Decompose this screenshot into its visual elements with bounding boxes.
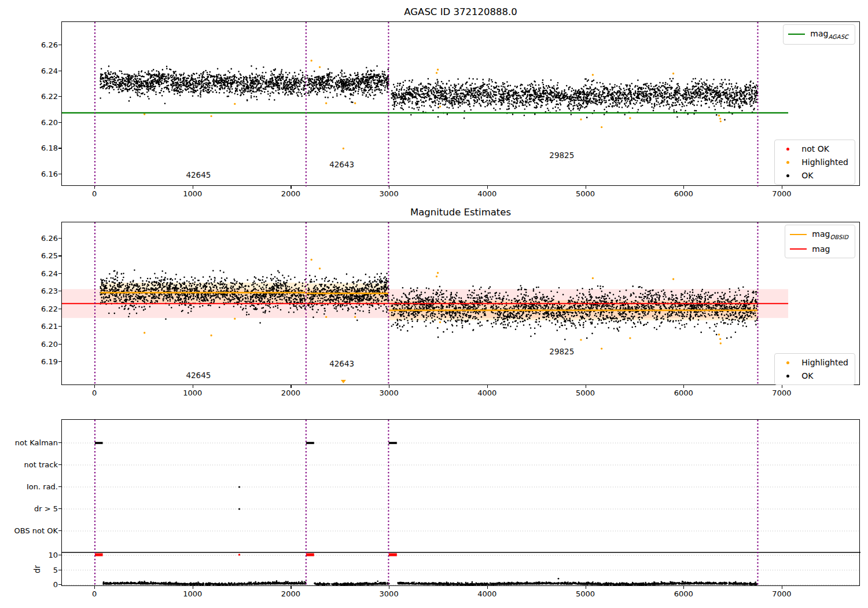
legend-item: not OK <box>779 144 848 153</box>
y-tick-label: 6.22 <box>41 92 58 101</box>
x-tick-mark <box>193 385 193 388</box>
x-tick-label: 5000 <box>576 589 595 598</box>
x-tick-label: 3000 <box>380 189 399 198</box>
legend-dot-swatch <box>779 148 796 151</box>
y-tick-mark <box>58 96 61 97</box>
dr-tick-label: 10 <box>48 551 58 559</box>
x-tick-mark <box>683 385 684 388</box>
obsid-annotation: 29825 <box>549 347 574 356</box>
x-tick-label: 7000 <box>772 589 791 598</box>
x-tick-label: 4000 <box>477 389 496 397</box>
x-tick-mark <box>290 186 291 189</box>
y-tick-mark <box>58 508 61 509</box>
x-tick-mark <box>290 586 291 589</box>
y-tick-label: 6.26 <box>41 40 58 49</box>
obsid-annotation: 42643 <box>329 160 354 169</box>
top-plot-axes <box>61 21 860 186</box>
x-tick-label: 0 <box>92 389 97 397</box>
highlighted-points <box>145 61 721 149</box>
x-tick-mark <box>683 586 684 589</box>
y-tick-mark <box>58 238 61 239</box>
ok-points-segment-1 <box>307 66 388 102</box>
x-tick-label: 3000 <box>380 389 399 397</box>
middle-plot-canvas <box>62 222 860 386</box>
legend-dot-swatch <box>779 361 796 364</box>
legend-label: mag <box>812 244 830 254</box>
bottom-plot-canvas <box>62 420 860 587</box>
flag-category-label: not Kalman <box>15 438 58 447</box>
dr-points-segment-1 <box>315 581 389 585</box>
y-tick-label: 6.16 <box>41 170 58 178</box>
ok-outlier-points <box>438 332 716 338</box>
x-tick-label: 2000 <box>281 589 300 598</box>
legend-mag-lines: magOBSIDmag <box>785 225 855 258</box>
x-tick-label: 1000 <box>183 389 202 397</box>
flag-category-label: OBS not OK <box>14 526 58 535</box>
x-tick-mark <box>487 385 488 388</box>
x-tick-mark <box>290 385 291 388</box>
y-tick-mark <box>58 464 61 465</box>
x-tick-label: 5000 <box>576 389 595 397</box>
y-tick-mark <box>58 273 61 274</box>
y-tick-mark <box>58 486 61 487</box>
dr-points-segment-0 <box>104 581 306 585</box>
y-tick-mark <box>58 584 61 585</box>
x-tick-label: 7000 <box>772 189 791 198</box>
y-tick-mark <box>58 344 61 345</box>
x-tick-mark <box>586 385 586 388</box>
legend-mag-agasc: magAGASC <box>783 24 855 45</box>
y-tick-mark <box>58 122 61 123</box>
x-tick-label: 6000 <box>674 589 693 598</box>
y-tick-label: 6.20 <box>41 118 58 126</box>
x-tick-label: 2000 <box>281 389 300 397</box>
y-tick-mark <box>58 326 61 327</box>
flag-category-label: Ion. rad. <box>27 482 58 491</box>
obsid-annotation: 42643 <box>329 359 354 368</box>
legend-line-swatch <box>790 248 807 250</box>
legend-line-swatch <box>790 234 807 235</box>
y-tick-mark <box>58 361 61 362</box>
legend-item: Highlighted <box>779 158 848 167</box>
y-tick-label: 6.24 <box>41 66 58 75</box>
legend-middle-markers: HighlightedOK <box>774 353 855 385</box>
x-tick-mark <box>782 586 782 589</box>
legend-item: mag <box>790 244 848 254</box>
y-tick-mark <box>58 555 61 555</box>
x-tick-label: 6000 <box>674 389 693 397</box>
figure: AGASC ID 372120888.0 Magnitude Estimates… <box>0 0 868 608</box>
x-tick-label: 1000 <box>183 589 202 598</box>
y-tick-mark <box>58 45 61 45</box>
clipped-low-triangle <box>341 380 346 383</box>
x-tick-mark <box>193 186 193 189</box>
ok-outlier-points <box>438 113 716 118</box>
x-tick-mark <box>389 586 389 589</box>
legend-item: magAGASC <box>788 29 848 40</box>
x-tick-mark <box>193 586 193 589</box>
y-tick-mark <box>58 530 61 531</box>
flag-category-label: dr > 5 <box>34 504 58 513</box>
x-tick-mark <box>586 186 586 189</box>
x-tick-mark <box>683 186 684 189</box>
middle-plot-axes <box>61 222 860 385</box>
legend-label: not OK <box>801 144 829 153</box>
y-tick-mark <box>58 291 61 291</box>
x-tick-label: 0 <box>92 189 97 198</box>
x-tick-label: 0 <box>92 589 97 598</box>
x-tick-label: 3000 <box>380 589 399 598</box>
x-tick-mark <box>782 186 782 189</box>
legend-label: OK <box>801 171 813 180</box>
top-plot-title: AGASC ID 372120888.0 <box>404 6 517 17</box>
x-tick-label: 4000 <box>477 189 496 198</box>
legend-dot-swatch <box>779 174 796 177</box>
x-tick-label: 1000 <box>183 189 202 198</box>
ok-points-segment-2 <box>392 79 758 120</box>
obsid-annotation: 42645 <box>186 371 211 380</box>
y-tick-label: 6.24 <box>41 269 58 277</box>
legend-top-markers: not OKHighlightedOK <box>774 140 855 185</box>
y-tick-label: 6.22 <box>41 304 58 313</box>
legend-label: Highlighted <box>801 358 848 367</box>
y-tick-label: 6.19 <box>41 357 58 365</box>
legend-item: Highlighted <box>779 358 848 367</box>
obsid-annotation: 42645 <box>186 170 211 180</box>
x-tick-mark <box>487 186 488 189</box>
